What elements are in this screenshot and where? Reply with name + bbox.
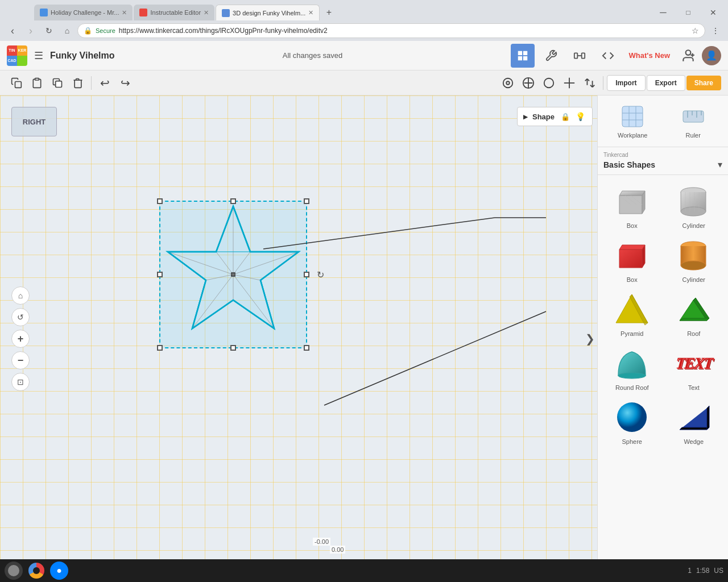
tab-2[interactable]: Instructable Editor ✕	[134, 5, 214, 20]
view-flat-icon[interactable]	[519, 73, 538, 93]
new-tab-button[interactable]: +	[321, 5, 337, 20]
undo-button[interactable]: ↩	[95, 73, 114, 93]
shape-expand-icon[interactable]: ▶	[523, 114, 528, 120]
rotate-view-button[interactable]: ↺	[11, 308, 30, 326]
svg-marker-62	[619, 250, 642, 268]
shape-item-cylinder-gray[interactable]: Cylinder	[664, 180, 724, 231]
svg-point-68	[681, 261, 706, 270]
grid-view-button[interactable]	[511, 44, 535, 68]
code-button[interactable]	[596, 44, 620, 68]
share-button[interactable]: Share	[686, 76, 721, 90]
bookmark-star-icon[interactable]: ☆	[692, 26, 699, 35]
shape-item-text[interactable]: TEXT Text	[664, 342, 724, 393]
box-gray-thumb	[611, 182, 652, 221]
view-mirror-icon[interactable]	[580, 73, 599, 93]
delete-button[interactable]	[68, 73, 88, 93]
edit-separator-1	[91, 76, 92, 90]
shapes-category-label: Basic Shapes	[603, 160, 655, 169]
svg-marker-73	[680, 318, 709, 321]
reload-button[interactable]: ↻	[41, 23, 57, 39]
scroll-right-arrow[interactable]: ❯	[585, 332, 595, 346]
address-bar[interactable]: 🔒 Secure https://www.tinkercad.com/thing…	[77, 23, 705, 38]
view-icon-1	[502, 77, 514, 89]
workplane-icon	[619, 103, 646, 130]
svg-rect-11	[35, 78, 39, 80]
pyramid-label: Pyramid	[621, 330, 643, 337]
text-label: Text	[688, 384, 700, 391]
tab2-close[interactable]: ✕	[204, 9, 209, 16]
import-button[interactable]: Import	[607, 75, 645, 91]
taskbar-time: 1:58	[696, 567, 709, 575]
svg-rect-1	[523, 51, 527, 55]
tab3-close[interactable]: ✕	[308, 9, 313, 16]
tab1-close[interactable]: ✕	[122, 9, 127, 16]
paste-button[interactable]	[27, 73, 47, 93]
view-grid-icon[interactable]	[539, 73, 559, 93]
home-button[interactable]: ⌂	[59, 23, 75, 39]
shape-item-roof[interactable]: Roof	[664, 288, 724, 339]
ruler-button[interactable]: Ruler	[663, 100, 724, 142]
settings-icon[interactable]: ⋮	[708, 23, 723, 39]
shape-item-box-red[interactable]: Box	[602, 234, 662, 285]
fit-view-button[interactable]: ⊡	[11, 373, 30, 391]
back-button[interactable]: ‹	[5, 23, 20, 39]
taskbar-chrome-icon[interactable]	[27, 562, 46, 580]
shape-item-wedge[interactable]: Wedge	[664, 396, 724, 447]
home-view-button[interactable]: ⌂	[11, 286, 30, 305]
svg-rect-41	[683, 111, 704, 122]
star-shape[interactable]	[159, 201, 307, 348]
svg-marker-46	[619, 191, 645, 196]
taskbar-region: US	[714, 567, 723, 575]
build-button[interactable]	[539, 44, 563, 68]
lock-shape-button[interactable]: 🔒	[559, 110, 572, 123]
canvas-area[interactable]: RIGHT ⌂ ↺ + − ⊡ ▶ Shape 🔒 💡	[0, 95, 597, 582]
trash-icon	[72, 77, 84, 89]
copy-button[interactable]	[7, 73, 26, 93]
view-icon-2	[522, 77, 535, 89]
zoom-in-button[interactable]: +	[11, 330, 30, 348]
view-normal-icon[interactable]	[498, 73, 518, 93]
minimize-button[interactable]: ─	[651, 5, 676, 20]
shape-item-box-gray[interactable]: Box	[602, 180, 662, 231]
taskbar: ● 1 1:58 US	[0, 559, 728, 582]
svg-rect-36	[622, 106, 643, 127]
whats-new-button[interactable]: What's New	[624, 49, 675, 62]
shape-item-sphere[interactable]: Sphere	[602, 396, 662, 447]
shape-item-cylinder-orange[interactable]: Cylinder	[664, 234, 724, 285]
workplane-button[interactable]: Workplane	[602, 100, 663, 142]
star-shape-container[interactable]: ↻	[159, 201, 307, 348]
cyl-orange-label: Cylinder	[682, 276, 705, 283]
svg-rect-5	[581, 53, 584, 58]
close-button[interactable]: ✕	[701, 5, 726, 20]
shapes-dropdown-button[interactable]: ▾	[718, 159, 722, 170]
duplicate-button[interactable]	[48, 73, 67, 93]
avatar[interactable]: 👤	[702, 46, 721, 65]
svg-point-75	[617, 402, 647, 432]
cyl-gray-thumb	[673, 182, 714, 221]
shape-item-pyramid[interactable]: Pyramid	[602, 288, 662, 339]
start-button[interactable]	[5, 562, 23, 580]
tab-1[interactable]: Holiday Challenge - Mr... ✕	[34, 5, 133, 20]
save-status: All changes saved	[283, 51, 343, 60]
view-cube[interactable]: RIGHT	[11, 107, 57, 136]
light-shape-button[interactable]: 💡	[574, 110, 586, 123]
view-align-icon[interactable]	[560, 73, 579, 93]
grid-icon	[516, 49, 529, 62]
taskbar-chrome2-icon[interactable]: ●	[50, 562, 68, 580]
tab1-title: Holiday Challenge - Mr...	[51, 9, 119, 16]
simulate-button[interactable]	[568, 44, 592, 68]
redo-button[interactable]: ↪	[115, 73, 135, 93]
shape-item-round-roof[interactable]: Round Roof	[602, 342, 662, 393]
roof-label: Roof	[687, 330, 700, 337]
tab3-title: 3D design Funky Vihelm...	[233, 10, 305, 16]
maximize-button[interactable]: □	[676, 5, 701, 20]
add-user-button[interactable]	[679, 47, 697, 65]
zoom-out-button[interactable]: −	[11, 351, 30, 369]
wrench-icon	[545, 49, 557, 62]
export-button[interactable]: Export	[647, 75, 685, 91]
forward-button[interactable]: ›	[23, 23, 39, 39]
hamburger-menu-icon[interactable]: ☰	[32, 47, 46, 64]
tinkercad-logo[interactable]: TIN KER CAD	[7, 45, 27, 66]
svg-point-74	[618, 373, 646, 379]
tab-3[interactable]: 3D design Funky Vihelm... ✕	[216, 5, 320, 20]
